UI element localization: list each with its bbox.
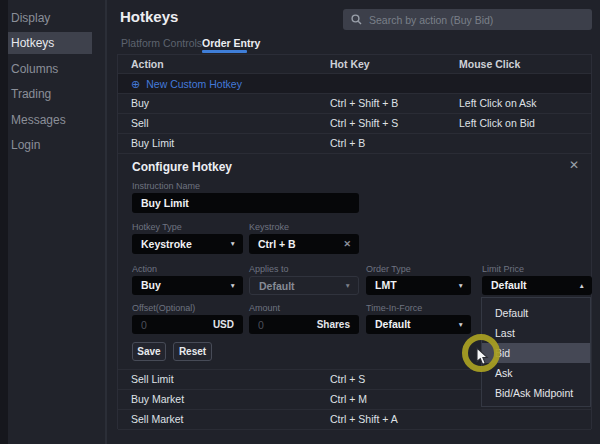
sidebar-item-columns[interactable]: Columns — [8, 58, 92, 80]
keystroke-field[interactable]: Ctrl + B ✕ — [249, 234, 359, 254]
amount-unit: Shares — [317, 315, 350, 334]
applies-to-dropdown[interactable]: Default ▼ — [249, 276, 359, 295]
instruction-name-field[interactable]: Buy Limit — [132, 193, 359, 213]
row-hotkey: Ctrl + M — [330, 390, 367, 409]
order-type-value: LMT — [375, 279, 397, 291]
reset-button[interactable]: Reset — [173, 342, 212, 361]
row-hotkey: Ctrl + Shift + A — [330, 410, 398, 429]
menu-option-last[interactable]: Last — [482, 323, 590, 343]
limit-price-label: Limit Price — [482, 264, 524, 274]
add-circle-icon: ⊕ — [131, 74, 140, 94]
new-custom-hotkey-link[interactable]: ⊕ New Custom Hotkey — [131, 74, 242, 94]
time-in-force-dropdown[interactable]: Default ▼ — [366, 315, 471, 334]
row-action: Sell — [131, 114, 149, 133]
order-type-dropdown[interactable]: LMT ▼ — [366, 276, 471, 295]
sidebar-item-trading[interactable]: Trading — [8, 83, 92, 105]
hotkey-type-dropdown[interactable]: Keystroke ▼ — [132, 234, 243, 254]
amount-label: Amount — [249, 303, 280, 313]
search-input[interactable] — [369, 14, 584, 26]
instruction-name-label: Instruction Name — [132, 181, 200, 191]
action-label: Action — [132, 264, 157, 274]
window-left-edge — [0, 0, 8, 444]
search-box[interactable] — [343, 9, 592, 30]
limit-price-dropdown[interactable]: Default ▲ — [482, 276, 592, 295]
row-hotkey: Ctrl + Shift + S — [330, 114, 398, 133]
mouse-cursor — [476, 347, 489, 366]
menu-option-ask[interactable]: Ask — [482, 363, 590, 383]
page-title: Hotkeys — [120, 8, 178, 25]
offset-field[interactable]: USD — [132, 315, 243, 334]
configure-hotkey-title: Configure Hotkey — [132, 160, 232, 174]
sidebar-item-display[interactable]: Display — [8, 7, 92, 29]
hotkey-type-label: Hotkey Type — [132, 222, 182, 232]
action-value: Buy — [141, 279, 161, 291]
menu-option-bid-ask-midpoint[interactable]: Bid/Ask Midpoint — [482, 383, 590, 403]
row-hotkey: Ctrl + B — [330, 134, 365, 153]
action-dropdown[interactable]: Buy ▼ — [132, 276, 243, 295]
hotkey-type-value: Keystroke — [141, 238, 192, 250]
row-action: Sell Market — [131, 410, 184, 429]
amount-field[interactable]: Shares — [249, 315, 359, 334]
active-tab-underline — [202, 50, 247, 53]
applies-to-value: Default — [259, 280, 295, 292]
table-row-sell[interactable]: Sell Ctrl + Shift + S Left Click on Bid — [118, 114, 591, 134]
keystroke-value: Ctrl + B — [258, 238, 296, 250]
offset-label: Offset(Optional) — [132, 303, 195, 313]
row-action: Buy Market — [131, 390, 184, 409]
table-row-buy-limit[interactable]: Buy Limit Ctrl + B — [118, 134, 591, 154]
new-custom-hotkey-row[interactable]: ⊕ New Custom Hotkey — [118, 74, 591, 94]
offset-unit: USD — [213, 315, 234, 334]
row-hotkey: Ctrl + S — [330, 370, 365, 389]
caret-down-icon: ▼ — [345, 277, 351, 295]
sidebar-item-messages[interactable]: Messages — [8, 109, 92, 131]
row-mouse-click: Left Click on Ask — [459, 94, 537, 113]
column-header-hotkey: Hot Key — [330, 55, 370, 74]
order-type-label: Order Type — [366, 264, 411, 274]
row-action: Buy Limit — [131, 134, 174, 153]
search-icon — [351, 14, 362, 25]
settings-sidebar: Display Hotkeys Columns Trading Messages… — [8, 0, 105, 444]
offset-input[interactable] — [141, 319, 202, 331]
caret-down-icon: ▼ — [458, 276, 464, 295]
table-row-sell-market[interactable]: Sell Market Ctrl + Shift + A — [118, 410, 591, 430]
applies-to-label: Applies to — [249, 264, 289, 274]
caret-up-icon: ▲ — [579, 276, 585, 295]
column-header-mouse-click: Mouse Click — [459, 55, 520, 74]
save-button[interactable]: Save — [132, 342, 166, 361]
amount-input[interactable] — [258, 319, 319, 331]
row-mouse-click: Left Click on Bid — [459, 114, 535, 133]
time-in-force-value: Default — [375, 318, 411, 330]
row-action: Sell Limit — [131, 370, 174, 389]
table-row-buy[interactable]: Buy Ctrl + Shift + B Left Click on Ask — [118, 94, 591, 114]
keystroke-label: Keystroke — [249, 222, 289, 232]
table-header-row: Action Hot Key Mouse Click — [118, 55, 591, 74]
tab-order-entry[interactable]: Order Entry — [202, 37, 260, 49]
row-action: Buy — [131, 94, 149, 113]
caret-down-icon: ▼ — [230, 234, 236, 254]
time-in-force-label: Time-In-Force — [366, 303, 422, 313]
row-hotkey: Ctrl + Shift + B — [330, 94, 398, 113]
clear-keystroke-icon[interactable]: ✕ — [343, 234, 351, 254]
sidebar-item-hotkeys[interactable]: Hotkeys — [8, 32, 92, 54]
limit-price-value: Default — [491, 279, 527, 291]
sidebar-item-login[interactable]: Login — [8, 134, 92, 156]
menu-option-default[interactable]: Default — [482, 303, 590, 323]
sidebar-divider — [105, 0, 107, 444]
tab-platform-controls[interactable]: Platform Controls — [121, 37, 202, 49]
close-icon[interactable]: ✕ — [569, 158, 579, 172]
new-custom-hotkey-label: New Custom Hotkey — [146, 74, 242, 94]
caret-down-icon: ▼ — [458, 315, 464, 334]
column-header-action: Action — [131, 55, 164, 74]
caret-down-icon: ▼ — [230, 276, 236, 295]
